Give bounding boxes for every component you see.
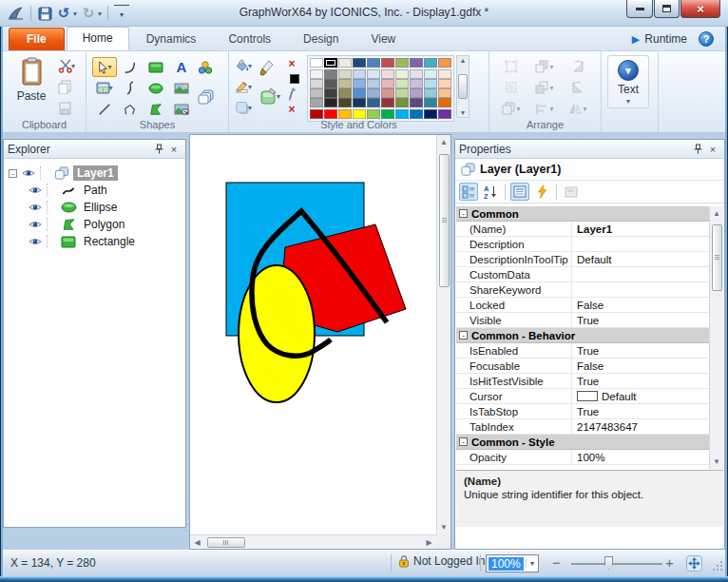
properties-title-bar[interactable]: Properties × <box>455 140 724 159</box>
redo-dropdown-caret[interactable]: ▾ <box>98 10 102 18</box>
tab-dynamics[interactable]: Dynamics <box>131 29 212 50</box>
properties-pin-button[interactable] <box>690 143 705 156</box>
property-value[interactable]: False <box>572 359 723 373</box>
theme-color-swatch[interactable] <box>338 58 352 68</box>
theme-color-swatch[interactable] <box>324 58 337 68</box>
send-backward-caret[interactable]: ▾ <box>549 84 553 92</box>
tint-color-swatch[interactable] <box>310 79 323 88</box>
tree-item-polygon[interactable]: Polygon <box>6 216 183 233</box>
theme-color-swatch[interactable] <box>367 58 380 68</box>
visibility-eye-icon[interactable] <box>27 203 44 212</box>
order-caret[interactable]: ▾ <box>516 105 520 113</box>
palette-scroll-up-icon[interactable]: ▲ <box>460 57 467 64</box>
property-name[interactable]: IsHitTestVisible <box>456 374 572 388</box>
standard-color-swatch[interactable] <box>353 109 366 119</box>
tint-color-swatch[interactable] <box>310 69 323 79</box>
explorer-title-bar[interactable]: Explorer × <box>4 140 185 159</box>
tint-color-swatch[interactable] <box>324 69 337 79</box>
canvas-vertical-scrollbar[interactable]: ▲ ▼ <box>436 135 450 534</box>
tint-color-swatch[interactable] <box>324 88 337 98</box>
align-button[interactable]: ▾ <box>528 99 561 119</box>
app-logo-icon[interactable] <box>8 5 25 22</box>
select-tool-button[interactable]: ▾ <box>92 57 117 77</box>
undo-dropdown-caret[interactable]: ▾ <box>73 10 77 18</box>
standard-color-swatch[interactable] <box>395 109 409 119</box>
tint-color-swatch[interactable] <box>367 79 380 88</box>
property-value[interactable]: 100% <box>572 450 723 464</box>
tint-color-swatch[interactable] <box>324 79 337 88</box>
no-line-color-button[interactable]: × <box>284 57 299 70</box>
tint-color-swatch[interactable] <box>338 98 352 107</box>
standard-color-swatch[interactable] <box>367 109 380 119</box>
tint-color-swatch[interactable] <box>324 98 337 107</box>
alphabetical-view-button[interactable]: AZ <box>481 183 500 201</box>
tree-item-path[interactable]: Path <box>6 182 183 199</box>
zoom-combobox[interactable]: 100% ▾ <box>486 554 539 572</box>
property-value[interactable]: Default <box>572 389 723 403</box>
tint-color-swatch[interactable] <box>381 98 394 107</box>
theme-color-swatch[interactable] <box>395 58 409 68</box>
cut-dropdown-caret[interactable]: ▾ <box>71 62 75 70</box>
tint-color-swatch[interactable] <box>395 88 409 98</box>
standard-color-swatch[interactable] <box>324 109 337 119</box>
visibility-eye-icon[interactable] <box>27 185 44 195</box>
standard-color-swatch[interactable] <box>310 109 323 119</box>
runtime-button[interactable]: ▶ Runtime <box>632 32 687 46</box>
tab-design[interactable]: Design <box>288 29 354 50</box>
ungroup-button[interactable] <box>495 78 527 98</box>
tint-color-swatch[interactable] <box>310 88 323 98</box>
theme-color-swatch[interactable] <box>410 58 423 68</box>
property-value[interactable] <box>572 237 723 251</box>
standard-color-swatch[interactable] <box>410 109 423 119</box>
tint-color-swatch[interactable] <box>410 98 423 107</box>
property-pages-button[interactable] <box>510 183 529 201</box>
paste-special-button[interactable] <box>58 99 75 117</box>
line-color-caret[interactable]: ▾ <box>248 83 252 91</box>
standard-color-swatch[interactable] <box>338 109 352 119</box>
tab-controls[interactable]: Controls <box>213 29 286 50</box>
tint-color-swatch[interactable] <box>410 88 423 98</box>
tint-color-swatch[interactable] <box>381 88 394 98</box>
flip-caret[interactable]: ▾ <box>583 105 586 113</box>
curve-tool-button[interactable] <box>118 78 143 98</box>
tint-color-swatch[interactable] <box>438 98 451 107</box>
property-value[interactable]: True <box>572 404 723 418</box>
tree-item-rectangle[interactable]: Rectangle <box>6 233 183 250</box>
tint-color-swatch[interactable] <box>353 88 366 98</box>
tint-color-swatch[interactable] <box>395 79 409 88</box>
explorer-close-button[interactable]: × <box>166 143 182 156</box>
maximize-button[interactable] <box>654 0 680 18</box>
send-backward-button[interactable]: ▾ <box>528 78 561 98</box>
tint-color-swatch[interactable] <box>410 69 423 79</box>
events-button[interactable] <box>532 183 551 201</box>
tree-item-layer1[interactable]: -Layer1 <box>6 165 183 182</box>
theme-color-swatch[interactable] <box>381 58 394 68</box>
zoom-out-button[interactable]: − <box>552 554 561 571</box>
property-value[interactable]: False <box>572 298 723 312</box>
theme-color-swatch[interactable] <box>424 58 437 68</box>
rotate-right-button[interactable] <box>562 57 594 77</box>
tint-color-swatch[interactable] <box>338 79 352 88</box>
standard-color-swatch[interactable] <box>424 109 437 119</box>
select-tool-caret[interactable]: ▾ <box>107 63 111 71</box>
fill-style-caret[interactable]: ▾ <box>277 92 280 101</box>
property-value[interactable] <box>572 267 723 281</box>
tab-view[interactable]: View <box>355 29 411 50</box>
property-grid-scrollbar[interactable]: ▲ ▼ <box>709 206 723 469</box>
property-name[interactable]: Description <box>456 237 572 251</box>
property-name[interactable]: Cursor <box>456 389 572 403</box>
close-button[interactable]: × <box>680 0 720 18</box>
grid-scroll-down-icon[interactable]: ▼ <box>710 455 724 469</box>
categorized-view-button[interactable] <box>459 183 478 201</box>
property-value[interactable]: Default <box>572 252 723 266</box>
arc-tool-button[interactable] <box>118 57 143 77</box>
text-menu-button[interactable]: ▼ Text ▾ <box>607 55 649 108</box>
tab-home[interactable]: Home <box>67 27 129 50</box>
resize-grip[interactable] <box>712 560 723 574</box>
tint-color-swatch[interactable] <box>310 98 323 107</box>
grid-tool-button[interactable]: ▾ <box>92 78 117 98</box>
paste-button[interactable]: Paste <box>9 55 54 116</box>
tint-color-swatch[interactable] <box>424 88 437 98</box>
shadow-caret[interactable]: ▾ <box>248 104 252 112</box>
tint-color-swatch[interactable] <box>353 69 366 79</box>
